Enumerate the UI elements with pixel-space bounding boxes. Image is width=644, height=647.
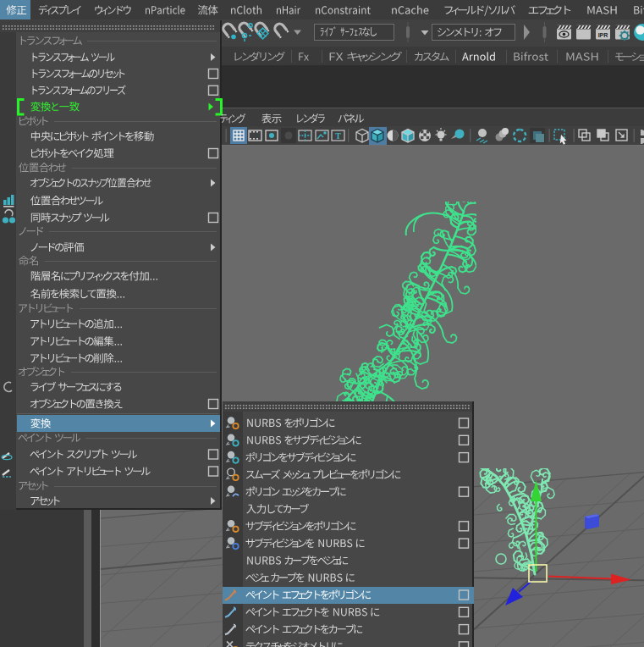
svg-text:IPR: IPR [598,32,608,38]
svg-text:T: T [335,131,341,141]
